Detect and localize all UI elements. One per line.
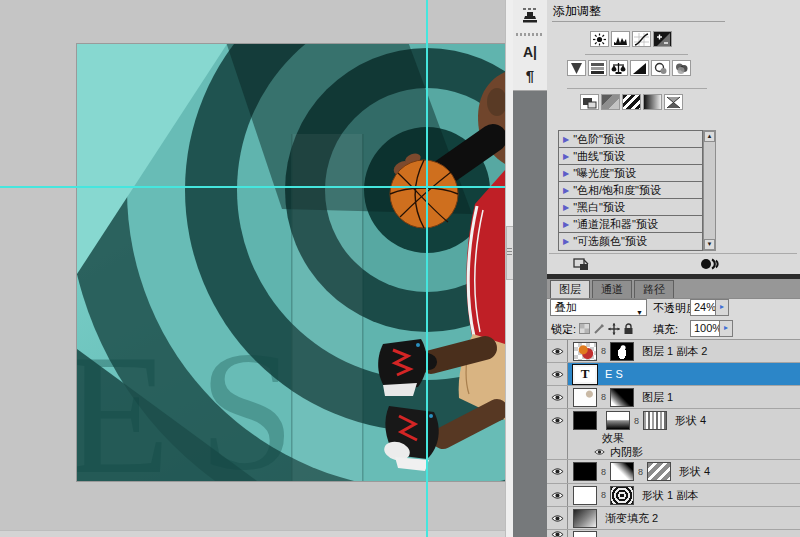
layer-row[interactable]: 8 图层 1 副本 2 (547, 340, 800, 363)
preset-levels[interactable]: ▶"色阶"预设 (559, 131, 702, 148)
layer-thumbnail[interactable] (573, 486, 597, 505)
gradient-map-icon[interactable] (643, 94, 662, 110)
gradient-fill-thumbnail[interactable] (573, 509, 597, 528)
opacity-input[interactable]: 24% (690, 299, 716, 316)
vector-mask-thumbnail[interactable] (643, 411, 667, 430)
tab-paths[interactable]: 路径 (634, 280, 674, 298)
visibility-toggle[interactable] (547, 409, 568, 432)
layer-row[interactable]: 渐变填充 2 (547, 507, 800, 530)
effects-row[interactable]: 效果 (547, 432, 800, 445)
layer-row[interactable]: 8 形状 1 副本 (547, 484, 800, 507)
layer-name[interactable]: 形状 1 副本 (642, 488, 698, 503)
layer-row-partial[interactable] (547, 530, 800, 537)
eye-icon (551, 467, 564, 476)
lock-pixels-icon[interactable] (594, 323, 606, 335)
disclosure-triangle-icon[interactable]: ▶ (563, 220, 569, 229)
effect-name[interactable]: 内阴影 (610, 445, 643, 460)
layer-name[interactable]: 图层 1 副本 2 (642, 344, 707, 359)
layer-mask-thumbnail[interactable] (610, 388, 634, 407)
blend-mode-row: 叠加 ▼ 不透明度: 24% ▸ (547, 298, 800, 319)
layer-name[interactable]: 形状 4 (675, 413, 706, 428)
preset-channel-mixer[interactable]: ▶"通道混和器"预设 (559, 216, 702, 233)
layer-name[interactable]: 图层 1 (642, 390, 673, 405)
vector-mask-thumbnail[interactable] (610, 486, 634, 505)
layer-row[interactable]: 8 形状 4 (547, 409, 800, 432)
layer-name[interactable]: 渐变填充 2 (605, 511, 658, 526)
eye-icon (551, 370, 564, 379)
layer-row-selected[interactable]: T E S (547, 363, 800, 386)
hue-saturation-icon[interactable] (588, 60, 607, 76)
visibility-toggle[interactable] (547, 340, 568, 362)
selective-color-icon[interactable] (664, 94, 683, 110)
disclosure-triangle-icon[interactable]: ▶ (563, 135, 569, 144)
layer-mask-thumbnail[interactable] (610, 462, 634, 481)
visibility-toggle[interactable] (547, 484, 568, 506)
adjustment-icons-row-3 (580, 94, 683, 110)
threshold-icon[interactable] (622, 94, 641, 110)
disclosure-triangle-icon[interactable]: ▶ (563, 169, 569, 178)
levels-icon[interactable] (611, 31, 630, 47)
panel-dock-buttons: A| ¶ (513, 0, 548, 91)
posterize-icon[interactable] (601, 94, 620, 110)
vibrance-icon[interactable] (567, 60, 586, 76)
switch-panel-view-button[interactable] (573, 257, 593, 272)
preset-selective-color[interactable]: ▶"可选颜色"预设 (559, 233, 702, 249)
layer-thumbnail[interactable] (573, 411, 597, 430)
layer-name[interactable]: 形状 4 (679, 464, 710, 479)
tab-channels[interactable]: 通道 (592, 280, 632, 298)
fill-slider-button[interactable]: ▸ (719, 320, 733, 337)
disclosure-triangle-icon[interactable]: ▶ (563, 152, 569, 161)
visibility-toggle[interactable] (547, 460, 568, 483)
layer-name[interactable]: E S (605, 368, 623, 380)
clone-source-panel-button[interactable] (517, 4, 543, 28)
lock-position-icon[interactable] (608, 323, 620, 335)
preset-curves[interactable]: ▶"曲线"预设 (559, 148, 702, 165)
layer-row[interactable]: 8 8 形状 4 (547, 460, 800, 484)
eye-icon (551, 416, 564, 425)
preset-black-white[interactable]: ▶"黑白"预设 (559, 199, 702, 216)
scroll-up-icon[interactable]: ▲ (704, 131, 715, 142)
canvas[interactable]: E S (77, 44, 505, 481)
color-balance-icon[interactable] (609, 60, 628, 76)
brightness-contrast-icon[interactable] (590, 31, 609, 47)
preset-exposure[interactable]: ▶"曝光度"预设 (559, 165, 702, 182)
curves-icon[interactable] (632, 31, 651, 47)
photo-filter-icon[interactable] (651, 60, 670, 76)
layer-thumbnail[interactable] (573, 531, 597, 537)
layer-thumbnail[interactable] (573, 342, 597, 361)
lock-transparency-icon[interactable] (579, 323, 591, 335)
fill-input[interactable]: 100% (690, 320, 720, 337)
character-panel-button[interactable]: A| (517, 40, 543, 64)
text-layer-thumbnail[interactable]: T (573, 365, 597, 384)
exposure-icon[interactable] (653, 31, 672, 47)
scroll-down-icon[interactable]: ▼ (704, 239, 715, 250)
vector-mask-thumbnail[interactable] (647, 462, 671, 481)
layer-mask-thumbnail[interactable] (610, 342, 634, 361)
visibility-toggle[interactable] (547, 507, 568, 529)
layer-thumbnail[interactable] (573, 388, 597, 407)
visibility-toggle[interactable] (547, 363, 568, 385)
inner-shadow-row[interactable]: 内阴影 (547, 445, 800, 460)
visibility-toggle[interactable] (547, 386, 568, 408)
presets-scrollbar[interactable]: ▲ ▼ (703, 130, 716, 251)
channel-mixer-icon[interactable] (672, 60, 691, 76)
disclosure-triangle-icon[interactable]: ▶ (563, 186, 569, 195)
layer-thumbnail[interactable] (573, 462, 597, 481)
invert-icon[interactable] (580, 94, 599, 110)
layer-row[interactable]: 8 图层 1 (547, 386, 800, 409)
disclosure-triangle-icon[interactable]: ▶ (563, 203, 569, 212)
layer-mask-thumbnail[interactable] (606, 411, 630, 430)
paragraph-panel-button[interactable]: ¶ (517, 63, 543, 87)
preset-hue-saturation[interactable]: ▶"色相/饱和度"预设 (559, 182, 702, 199)
visibility-toggle[interactable] (547, 530, 568, 537)
tab-layers[interactable]: 图层 (550, 280, 590, 298)
black-white-icon[interactable] (630, 60, 649, 76)
clip-to-layer-button[interactable] (700, 257, 720, 272)
lock-all-icon[interactable] (623, 323, 635, 335)
blend-mode-select[interactable]: 叠加 ▼ (550, 299, 647, 316)
divider (567, 88, 707, 89)
scrollbar-grip[interactable] (507, 248, 512, 256)
opacity-slider-button[interactable]: ▸ (715, 299, 729, 316)
disclosure-triangle-icon[interactable]: ▶ (563, 237, 569, 246)
fx-eye-icon[interactable] (594, 448, 605, 456)
